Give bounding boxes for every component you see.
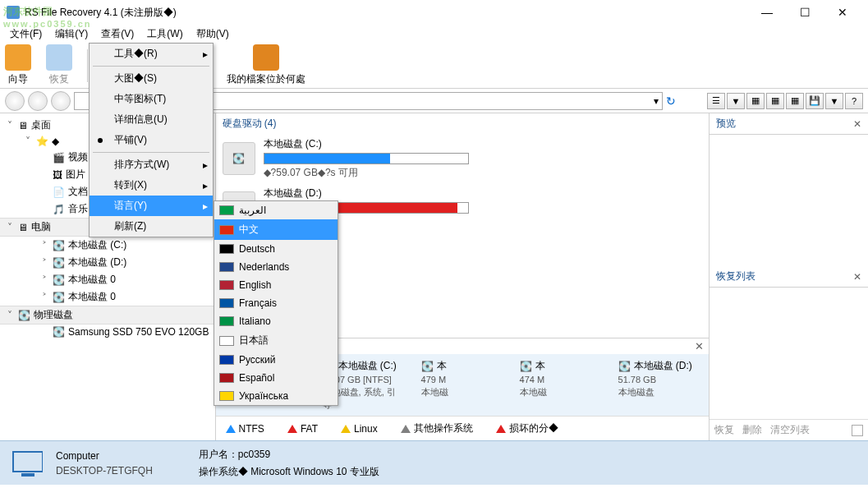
- view-menu-item-2[interactable]: 大图◆(S): [90, 68, 213, 89]
- svg-rect-0: [13, 452, 43, 472]
- refresh-button[interactable]: ↻: [666, 94, 676, 108]
- lang-menu-item-10[interactable]: Українська: [214, 387, 338, 405]
- thumb-3[interactable]: 💽本474 M本地磁: [520, 359, 602, 411]
- flag-icon: [219, 336, 234, 346]
- close-button[interactable]: ✕: [824, 0, 861, 25]
- lang-menu-item-4[interactable]: English: [214, 276, 338, 294]
- toolbar-button-0[interactable]: 向导: [5, 44, 31, 86]
- toolbar-label: 恢复: [49, 72, 69, 86]
- menu-help[interactable]: 帮助(V): [190, 25, 236, 43]
- window-title: RS File Recovery 4.1 (未注册版◆): [25, 6, 748, 20]
- expand-icon[interactable]: ˅: [23, 136, 33, 147]
- expand-icon[interactable]: ˅: [5, 310, 15, 321]
- menu-item-label: العربية: [239, 205, 266, 216]
- lang-menu-item-3[interactable]: Nederlands: [214, 258, 338, 276]
- view-option-1[interactable]: ▼: [727, 93, 745, 109]
- view-menu-item-7[interactable]: 排序方式(W)▸: [90, 154, 213, 175]
- expand-icon[interactable]: ˃: [39, 274, 49, 286]
- tree-label: 音乐: [68, 202, 88, 216]
- expand-icon[interactable]: ˅: [5, 120, 15, 131]
- lang-menu-item-7[interactable]: 日本語: [214, 330, 338, 351]
- user-label: 用户名：: [199, 449, 238, 460]
- legend-triangle-icon: [226, 425, 236, 433]
- view-option-2[interactable]: ▦: [746, 93, 765, 109]
- lang-menu-item-9[interactable]: Español: [214, 369, 338, 387]
- view-option-3[interactable]: ▦: [766, 93, 784, 109]
- thumb-desc: 本地磁盘: [618, 386, 700, 398]
- menu-tools[interactable]: 工具(W): [140, 25, 189, 43]
- legend-triangle-icon: [287, 425, 297, 433]
- lang-menu-item-0[interactable]: العربية: [214, 201, 338, 219]
- tree-item-9[interactable]: ˃💽本地磁盘 0: [0, 271, 215, 288]
- address-dropdown-icon[interactable]: ▾: [654, 95, 659, 107]
- tree-item-8[interactable]: ˃💽本地磁盘 (D:): [0, 254, 215, 271]
- menu-view[interactable]: 查看(V): [94, 25, 140, 43]
- tree-item-10[interactable]: ˃💽本地磁盘 0: [0, 288, 215, 306]
- thumb-4[interactable]: 💽本地磁盘 (D:)51.78 GB本地磁盘: [618, 359, 700, 411]
- view-menu-item-10[interactable]: 刷新(Z): [90, 216, 213, 237]
- flag-icon: [219, 391, 234, 401]
- clear-list-button[interactable]: 清空列表: [770, 423, 810, 437]
- tree-label: ◆: [52, 136, 59, 147]
- menu-file[interactable]: 文件(F): [3, 25, 48, 43]
- nav-up-button[interactable]: [51, 91, 71, 111]
- recover-button[interactable]: 恢复: [714, 423, 734, 437]
- tree-item-7[interactable]: ˃💽本地磁盘 (C:): [0, 237, 215, 254]
- flag-icon: [219, 298, 234, 308]
- delete-button[interactable]: 删除: [742, 423, 762, 437]
- view-option-7[interactable]: ?: [845, 93, 863, 109]
- preview-close-icon[interactable]: ✕: [853, 118, 861, 130]
- tree-icon: 📄: [53, 186, 65, 198]
- view-menu-item-5[interactable]: 平铺(V): [90, 130, 213, 150]
- menu-item-label: Nederlands: [239, 261, 289, 273]
- tree-label: 电脑: [31, 220, 51, 234]
- submenu-arrow-icon: ▸: [203, 180, 208, 191]
- list-options-icon[interactable]: [852, 425, 863, 436]
- lang-menu-item-2[interactable]: Deutsch: [214, 240, 338, 258]
- thumb-disk-icon: 💽: [421, 361, 434, 372]
- view-menu-item-4[interactable]: 详细信息(U): [90, 109, 213, 130]
- view-menu-item-8[interactable]: 转到(X)▸: [90, 175, 213, 196]
- expand-icon[interactable]: ˃: [39, 240, 49, 251]
- menubar: 文件(F) 编辑(Y) 查看(V) 工具(W) 帮助(V): [0, 25, 868, 43]
- legend-label: 损坏的分◆: [509, 421, 558, 435]
- tree-icon: 💽: [53, 274, 65, 286]
- tree-item-12[interactable]: 💽Samsung SSD 750 EVO 120GB: [0, 325, 215, 339]
- view-option-6[interactable]: ▼: [825, 93, 843, 109]
- tree-label: 图片: [66, 168, 85, 182]
- tree-icon: ⭐: [36, 136, 48, 147]
- nav-back-button[interactable]: [5, 91, 25, 111]
- statusbar: Computer DESKTOP-7ETGFQH 用户名：pc0359 操作系统…: [0, 440, 868, 485]
- tree-icon: 💽: [53, 326, 65, 338]
- view-menu-item-0[interactable]: 工具◆(R)▸: [90, 44, 213, 64]
- thumb-2[interactable]: 💽本479 M本地磁: [421, 359, 503, 411]
- lang-menu-item-5[interactable]: Français: [214, 294, 338, 312]
- toolbar-button-6[interactable]: 我的檔案位於何處: [227, 44, 305, 86]
- legend-3: 其他操作系统: [401, 421, 473, 435]
- expand-icon[interactable]: ˃: [39, 257, 49, 269]
- drives-section-header: 硬盘驱动 (4): [216, 113, 709, 134]
- view-menu-item-9[interactable]: 语言(Y)▸: [90, 196, 213, 216]
- menu-item-label: Français: [239, 297, 277, 309]
- menu-item-label: 中等图标(T): [114, 92, 166, 106]
- view-menu-item-3[interactable]: 中等图标(T): [90, 89, 213, 109]
- view-option-0[interactable]: ☰: [707, 93, 725, 109]
- maximize-button[interactable]: ☐: [786, 0, 824, 25]
- menu-edit[interactable]: 编辑(Y): [48, 25, 94, 43]
- lang-menu-item-1[interactable]: 中文: [214, 219, 338, 240]
- minimize-button[interactable]: —: [748, 0, 786, 25]
- drive-item-0[interactable]: 💽本地磁盘 (C:)◆?59.07 GB◆?s 可用: [216, 134, 709, 183]
- expand-icon[interactable]: ˃: [39, 292, 49, 303]
- tree-icon: 💽: [18, 310, 30, 321]
- view-option-5[interactable]: 💾: [806, 93, 824, 109]
- expand-icon[interactable]: ˅: [5, 222, 15, 233]
- lang-menu-item-8[interactable]: Русский: [214, 351, 338, 369]
- view-option-4[interactable]: ▦: [786, 93, 804, 109]
- flag-icon: [219, 373, 234, 383]
- tree-item-11[interactable]: ˅💽物理磁盘: [0, 306, 215, 325]
- tree-label: 视频: [68, 150, 88, 164]
- nav-forward-button[interactable]: [28, 91, 48, 111]
- recovery-close-icon[interactable]: ✕: [853, 271, 861, 283]
- lang-menu-item-6[interactable]: Italiano: [214, 312, 338, 330]
- panel-close-icon[interactable]: ✕: [695, 340, 704, 352]
